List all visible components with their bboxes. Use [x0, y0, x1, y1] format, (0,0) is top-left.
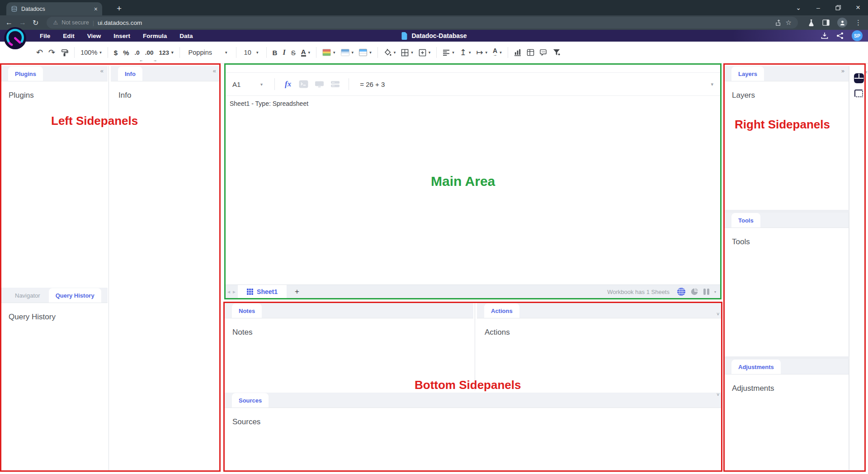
strikethrough-button[interactable]: S — [288, 46, 298, 59]
browser-navbar: ← → ↻ ⚠ Not secure | ui.datadocs.com ☆ ⋮ — [0, 15, 868, 30]
collapse-panel-icon[interactable]: « — [213, 67, 216, 74]
formula-bar-expand-icon[interactable]: ▾ — [711, 81, 713, 87]
chevron-down-icon[interactable]: ▾ — [260, 82, 263, 87]
collapse-bottom-icon[interactable]: ˅ — [717, 311, 719, 317]
percent-format-button[interactable]: % — [120, 46, 132, 59]
text-color-button[interactable]: A ▾ — [298, 46, 313, 59]
share-page-icon[interactable] — [775, 19, 782, 26]
menu-formula[interactable]: Formula — [143, 33, 167, 39]
formula-input[interactable]: = 26 + 3 — [360, 81, 385, 88]
tab-navigator[interactable]: Navigator — [8, 288, 47, 303]
columns-view-icon[interactable] — [703, 289, 709, 295]
document-title-text: Datadoc-Database — [411, 32, 467, 39]
undo-button[interactable]: ↶ — [33, 46, 46, 59]
menu-data[interactable]: Data — [179, 33, 193, 39]
download-icon[interactable] — [821, 32, 828, 39]
chrome-profile-avatar[interactable] — [837, 18, 847, 28]
address-bar[interactable]: ⚠ Not secure | ui.datadocs.com ☆ — [47, 17, 798, 28]
insert-chart-button[interactable] — [511, 46, 524, 59]
vertical-align-button[interactable]: ↥ ▾ — [457, 46, 474, 59]
left-panels-divider[interactable] — [108, 66, 109, 471]
tab-info[interactable]: Info — [118, 66, 142, 81]
text-rotation-button[interactable]: A → ▾ — [490, 46, 505, 59]
back-icon[interactable]: ← — [5, 19, 13, 27]
italic-button[interactable]: I — [280, 46, 288, 59]
filter-button[interactable] — [550, 46, 563, 59]
forward-icon[interactable]: → — [19, 19, 26, 27]
color-scale-icon — [322, 49, 331, 56]
bottom-panels-divider[interactable] — [475, 303, 475, 390]
function-fx-icon[interactable]: fx — [285, 80, 291, 89]
tab-actions[interactable]: Actions — [484, 303, 519, 318]
extension-flask-icon[interactable] — [808, 19, 815, 26]
collapse-bottom-icon[interactable]: ˅ — [717, 392, 719, 397]
window-close-button[interactable]: × — [848, 3, 868, 12]
table-style-button[interactable]: ▾ — [356, 46, 374, 59]
sheet-tab-sheet1[interactable]: Sheet1 — [238, 285, 287, 299]
collapse-panel-icon[interactable]: « — [100, 67, 104, 74]
window-minimize-button[interactable]: – — [808, 4, 828, 11]
chevron-down-icon[interactable]: ▾ — [714, 290, 716, 294]
chrome-menu-kebab-icon[interactable]: ⋮ — [855, 19, 862, 27]
redo-button[interactable]: ↷ — [46, 46, 58, 59]
alternating-colors-button[interactable]: ▾ — [338, 46, 357, 59]
fill-color-button[interactable]: ▾ — [381, 46, 399, 59]
side-panel-icon[interactable] — [822, 19, 830, 26]
user-avatar[interactable]: SP — [852, 30, 863, 41]
decrease-decimal-button[interactable]: .0 ← — [132, 46, 142, 59]
tab-adjustments[interactable]: Adjustments — [731, 360, 781, 374]
number-format-button[interactable]: 123 ▾ — [156, 46, 176, 59]
text-color-label: A — [301, 48, 306, 57]
font-family-select[interactable]: Poppins ▾ — [183, 46, 233, 59]
document-title[interactable]: Datadoc-Database — [401, 30, 467, 42]
font-size-select[interactable]: 10 ▾ — [240, 46, 263, 59]
comment-button[interactable] — [537, 46, 550, 59]
tab-query-history[interactable]: Query History — [49, 288, 101, 303]
notes-tabbar: Notes — [225, 303, 473, 318]
table-style-icon — [359, 49, 367, 56]
new-tab-button[interactable]: + — [117, 4, 122, 14]
chart-doc-icon[interactable] — [690, 288, 698, 296]
menu-view[interactable]: View — [87, 33, 101, 39]
grid-view-icon[interactable] — [677, 288, 685, 296]
tab-plugins[interactable]: Plugins — [8, 66, 43, 81]
url-text[interactable]: ui.datadocs.com — [98, 19, 142, 26]
tab-search-chevron-icon[interactable]: ⌄ — [788, 4, 808, 11]
tab-close-icon[interactable]: × — [94, 5, 98, 13]
datadocs-logo-icon[interactable] — [4, 27, 27, 50]
browser-tab[interactable]: Datadocs × — [6, 2, 102, 15]
zoom-select[interactable]: 100% ▾ — [78, 46, 104, 59]
tab-sources[interactable]: Sources — [232, 393, 269, 408]
window-restore-button[interactable] — [828, 5, 848, 10]
dashed-frame-icon[interactable] — [854, 90, 863, 97]
menu-insert[interactable]: Insert — [113, 33, 130, 39]
add-sheet-button[interactable]: + — [295, 287, 299, 296]
increase-decimal-button[interactable]: .00 → — [142, 46, 156, 59]
name-box[interactable]: A1 — [232, 81, 260, 88]
layout-dashboard-icon[interactable] — [854, 73, 864, 83]
not-secure-label[interactable]: Not secure — [61, 19, 89, 26]
bold-button[interactable]: B — [270, 46, 280, 59]
collapse-strip-icon[interactable]: « — [864, 69, 868, 75]
paint-format-button[interactable] — [58, 46, 71, 59]
pivot-table-button[interactable] — [524, 46, 537, 59]
sheet-scroll-left-icon[interactable]: ◂ — [227, 289, 230, 295]
horizontal-align-button[interactable]: ▾ — [440, 46, 457, 59]
text-wrap-button[interactable]: ↦ ▾ — [473, 46, 490, 59]
share-icon[interactable] — [836, 32, 844, 39]
collapse-panel-icon[interactable]: » — [841, 67, 844, 74]
borders-button[interactable]: ▾ — [398, 46, 416, 59]
menu-edit[interactable]: Edit — [63, 33, 75, 39]
format-toolbar: ↶ ↷ 100% ▾ $ % .0 ← .00 → 123 ▾ Poppins … — [0, 42, 868, 64]
insert-cells-button[interactable]: ▾ — [416, 46, 434, 59]
tab-notes[interactable]: Notes — [232, 303, 262, 318]
tab-tools[interactable]: Tools — [731, 213, 760, 228]
sheet-tab-label: Sheet1 — [257, 288, 278, 295]
reload-icon[interactable]: ↻ — [33, 19, 38, 27]
sheet-scroll-right-icon[interactable]: ▸ — [233, 289, 236, 295]
conditional-format-button[interactable]: ▾ — [320, 46, 338, 59]
tab-layers[interactable]: Layers — [731, 66, 764, 81]
bookmark-star-icon[interactable]: ☆ — [786, 19, 792, 27]
currency-format-button[interactable]: $ — [111, 46, 120, 59]
menu-file[interactable]: File — [40, 33, 50, 39]
